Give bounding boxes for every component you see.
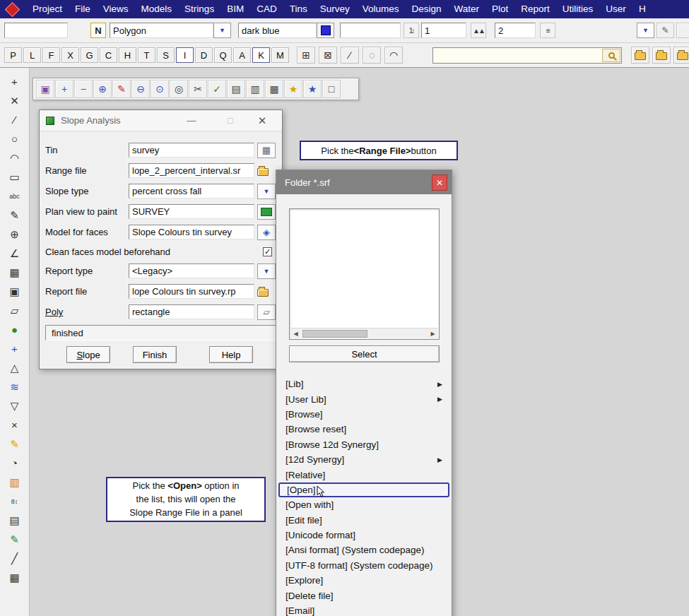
folder-menu-item-browse-12d-synergy[interactable]: [Browse 12d Synergy] — [278, 437, 449, 452]
model-layers-icon[interactable] — [257, 225, 276, 240]
cad-mode-button[interactable]: S — [157, 47, 175, 63]
scroll-thumb[interactable] — [302, 330, 367, 338]
x-icon[interactable]: × — [4, 415, 26, 434]
cad-mode-button[interactable]: T — [138, 47, 155, 63]
cad-mode-button[interactable]: Q — [214, 47, 232, 63]
field-label[interactable]: Report file — [45, 286, 129, 297]
colour-input[interactable]: dark blue — [238, 23, 317, 38]
menu-item[interactable]: Project — [26, 0, 69, 18]
cad-mode-button[interactable]: F — [42, 47, 60, 63]
remove-view-icon[interactable]: − — [74, 80, 93, 98]
report-type-dropdown-icon[interactable] — [257, 263, 276, 279]
menu-item[interactable]: H — [632, 0, 652, 18]
folder-menu-item-edit-file[interactable]: [Edit file] — [278, 513, 449, 528]
report-file-folder-icon[interactable] — [257, 289, 269, 297]
folder-menu-item-utf8-format[interactable]: [UTF-8 format] (System codepage) — [278, 558, 449, 573]
field-label[interactable]: Report type — [45, 266, 129, 276]
cad-mode-button[interactable]: K — [252, 47, 270, 63]
dialog-button[interactable]: Help — [209, 346, 253, 363]
slope-line-icon[interactable]: ╱ — [4, 549, 26, 568]
weight-input[interactable]: 1 — [421, 23, 466, 38]
window-icon[interactable]: □ — [322, 80, 341, 98]
zoom-extents-icon[interactable]: ⊙ — [151, 80, 169, 98]
cad-mode-button[interactable]: P — [4, 47, 22, 63]
search-input[interactable] — [432, 47, 622, 64]
plan-view-input[interactable]: SURVEY — [129, 204, 254, 219]
print-icon[interactable]: ▤ — [227, 80, 245, 98]
cad-mode-button[interactable]: A — [233, 47, 251, 63]
close-button[interactable]: ✕ — [252, 110, 273, 131]
range-file-folder-icon[interactable] — [257, 168, 269, 176]
cad-mode-button[interactable]: L — [23, 47, 41, 63]
text-icon[interactable]: abc — [4, 186, 26, 206]
table-icon[interactable]: ▦ — [4, 568, 26, 587]
folder-menu-item-browse[interactable]: [Browse] — [278, 407, 449, 422]
menu-item[interactable]: Strings — [178, 0, 220, 18]
dialog-button[interactable]: Slope — [66, 346, 110, 363]
folder-menu-item-lib[interactable]: [Lib] ▶ — [278, 377, 449, 391]
slope-type-dropdown-icon[interactable] — [257, 184, 276, 199]
menu-item[interactable]: File — [69, 0, 97, 18]
report-type-input[interactable]: <Legacy> — [129, 263, 254, 278]
report-file-input[interactable]: lope Colours tin survey.rp — [129, 284, 254, 299]
library-folder-button[interactable] — [673, 47, 689, 64]
cad-mode-button[interactable]: I — [176, 47, 194, 63]
menu-item[interactable]: Plot — [485, 0, 514, 18]
field-label[interactable]: Poly — [45, 307, 129, 317]
range-file-input[interactable]: lope_2_percent_interval.sr — [129, 163, 254, 178]
name-badge-button[interactable]: N — [90, 23, 106, 38]
recent-folder-button[interactable] — [652, 47, 671, 64]
sketch-icon[interactable]: ✎ — [4, 434, 26, 454]
string-type-dropdown[interactable]: ▼ — [213, 23, 231, 38]
slash-icon[interactable]: ∕ — [341, 47, 359, 64]
magnify-icon[interactable]: ◎ — [170, 80, 188, 98]
line-icon[interactable]: ∕ — [4, 110, 26, 129]
minimize-button[interactable]: — — [181, 110, 202, 131]
menu-item[interactable]: Views — [97, 0, 135, 18]
cad-mode-button[interactable]: H — [119, 47, 136, 63]
colour-swatch-button[interactable] — [317, 23, 334, 38]
deselect-box-icon[interactable]: ⊠ — [319, 47, 337, 64]
dialog-button[interactable]: Finish — [133, 346, 177, 363]
cad-mode-button[interactable]: M — [271, 47, 289, 63]
folder-menu-item-relative[interactable]: [Relative] — [278, 467, 449, 482]
delete-icon[interactable]: ✕ — [4, 91, 26, 110]
grid-icon[interactable]: ▦ — [4, 263, 26, 282]
edge-button[interactable] — [676, 23, 689, 38]
column-icon[interactable]: ▥ — [4, 473, 26, 492]
panel-close-button[interactable]: ✕ — [432, 174, 447, 191]
zoom-out-icon[interactable]: ⊖ — [131, 80, 150, 98]
angle-icon[interactable]: ∠ — [4, 244, 26, 263]
shape-icon[interactable]: ▱ — [4, 301, 26, 320]
folder-menu-item-delete-file[interactable]: [Delete file] — [278, 588, 449, 603]
cad-mode-button[interactable]: D — [195, 47, 213, 63]
poly-pick-icon[interactable] — [257, 304, 276, 320]
maximize-button[interactable]: □ — [220, 110, 241, 131]
mound-icon[interactable]: △ — [4, 358, 26, 377]
menu-item[interactable]: Water — [448, 0, 486, 18]
folder-menu-item-email[interactable]: [Email] — [278, 603, 449, 616]
folder-menu-item-open[interactable]: [Open] — [278, 482, 449, 497]
field-label[interactable]: Tin — [45, 145, 129, 155]
sheet-icon[interactable]: ▦ — [265, 80, 283, 98]
point-icon[interactable]: ● — [4, 320, 26, 339]
folder-menu-item-unicode-format[interactable]: [Unicode format] — [278, 528, 449, 543]
add-view-icon[interactable]: + — [55, 80, 73, 98]
rectangle-icon[interactable]: ▭ — [4, 167, 26, 186]
panel-titlebar[interactable]: Folder *.srf ✕ — [276, 170, 452, 194]
string-type-input[interactable]: Polygon — [110, 23, 213, 38]
scroll-left-icon[interactable]: ◀ — [290, 331, 301, 337]
star-synergy-icon[interactable]: ★ — [303, 80, 322, 98]
plan-view-icon[interactable] — [257, 204, 276, 220]
cad-mode-button[interactable]: G — [81, 47, 98, 63]
copy-icon[interactable]: ▥ — [246, 80, 264, 98]
menu-item[interactable]: Report — [514, 0, 556, 18]
extra-dropdown[interactable]: ▼ — [637, 23, 654, 38]
open-folder-button[interactable] — [631, 47, 649, 64]
folder-menu-item-12d-synergy[interactable]: [12d Synergy] ▶ — [278, 452, 449, 467]
folder-menu-item-user-lib[interactable]: [User Lib] ▶ — [278, 391, 449, 406]
search-button[interactable] — [602, 49, 620, 62]
arc-icon[interactable]: ◠ — [4, 148, 26, 167]
folder-menu-item-browse-reset[interactable]: [Browse reset] — [278, 422, 449, 437]
edit-icon[interactable]: ✎ — [4, 530, 26, 549]
